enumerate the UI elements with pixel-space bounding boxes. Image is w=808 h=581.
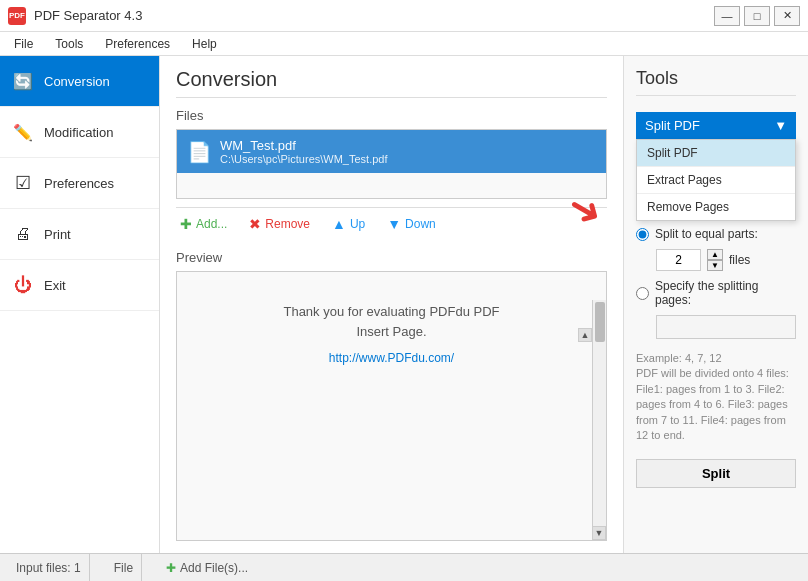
- sidebar-label-preferences: Preferences: [44, 176, 114, 191]
- spinner-row: ▲ ▼ files: [656, 249, 796, 271]
- preferences-icon: ☑: [12, 172, 34, 194]
- conversion-icon: 🔄: [12, 70, 34, 92]
- app-title: PDF Separator 4.3: [34, 8, 142, 23]
- file-name: WM_Test.pdf: [220, 138, 388, 153]
- scrollbar-thumb[interactable]: [595, 302, 605, 342]
- down-button[interactable]: ▼ Down: [383, 214, 440, 234]
- file-info: WM_Test.pdf C:\Users\pc\Pictures\WM_Test…: [220, 138, 388, 165]
- spinner-buttons: ▲ ▼: [707, 249, 723, 271]
- dropdown-option-extract[interactable]: Extract Pages: [637, 167, 795, 194]
- preview-link[interactable]: http://www.PDFdu.com/: [329, 351, 454, 365]
- page-title: Conversion: [176, 68, 607, 98]
- statusbar: Input files: 1 File ✚ Add File(s)...: [0, 553, 808, 581]
- titlebar: PDF PDF Separator 4.3 — □ ✕: [0, 0, 808, 32]
- sidebar-label-modification: Modification: [44, 125, 113, 140]
- sidebar-label-conversion: Conversion: [44, 74, 110, 89]
- up-button[interactable]: ▲ Up: [328, 214, 369, 234]
- sidebar-item-modification[interactable]: ✏️ Modification: [0, 107, 159, 158]
- split-equal-label: Split to equal parts:: [655, 227, 758, 241]
- up-icon: ▲: [332, 216, 346, 232]
- remove-button[interactable]: ✖ Remove: [245, 214, 314, 234]
- split-equal-row: Split to equal parts:: [636, 227, 796, 241]
- preview-label: Preview: [176, 250, 607, 265]
- main-layout: 🔄 Conversion ✏️ Modification ☑ Preferenc…: [0, 56, 808, 553]
- split-options: Split to equal parts: ▲ ▼ files Specify …: [636, 227, 796, 488]
- preview-scrollbar[interactable]: ▲ ▼: [592, 300, 606, 540]
- sidebar-item-conversion[interactable]: 🔄 Conversion: [0, 56, 159, 107]
- dropdown-option-split[interactable]: Split PDF: [637, 140, 795, 167]
- files-label: files: [729, 253, 750, 267]
- titlebar-left: PDF PDF Separator 4.3: [8, 7, 142, 25]
- menu-help[interactable]: Help: [182, 35, 227, 53]
- sidebar: 🔄 Conversion ✏️ Modification ☑ Preferenc…: [0, 56, 160, 553]
- up-label: Up: [350, 217, 365, 231]
- preview-panel: Thank you for evaluating PDFdu PDF Inser…: [176, 271, 607, 541]
- add-files-icon: ✚: [166, 561, 176, 575]
- split-equal-radio[interactable]: [636, 228, 649, 241]
- spinner-down-button[interactable]: ▼: [707, 260, 723, 271]
- file-list-item[interactable]: 📄 WM_Test.pdf C:\Users\pc\Pictures\WM_Te…: [177, 130, 606, 173]
- files-panel: 📄 WM_Test.pdf C:\Users\pc\Pictures\WM_Te…: [176, 129, 607, 199]
- file-path: C:\Users\pc\Pictures\WM_Test.pdf: [220, 153, 388, 165]
- modification-icon: ✏️: [12, 121, 34, 143]
- dropdown-selected-label: Split PDF: [645, 118, 700, 133]
- file-toolbar: ✚ Add... ✖ Remove ▲ Up ▼ Down: [176, 207, 607, 240]
- sidebar-label-exit: Exit: [44, 278, 66, 293]
- dropdown-chevron-icon: ▼: [774, 118, 787, 133]
- menubar: File Tools Preferences Help: [0, 32, 808, 56]
- sidebar-item-preferences[interactable]: ☑ Preferences: [0, 158, 159, 209]
- content-area: Conversion Files 📄 WM_Test.pdf C:\Users\…: [160, 56, 623, 553]
- app-icon: PDF: [8, 7, 26, 25]
- menu-file[interactable]: File: [4, 35, 43, 53]
- scroll-up-arrow[interactable]: ▲: [578, 328, 592, 342]
- sidebar-item-exit[interactable]: ⏻ Exit: [0, 260, 159, 311]
- spinner-up-button[interactable]: ▲: [707, 249, 723, 260]
- add-button[interactable]: ✚ Add...: [176, 214, 231, 234]
- pdf-file-icon: 📄: [187, 140, 212, 164]
- down-icon: ▼: [387, 216, 401, 232]
- minimize-button[interactable]: —: [714, 6, 740, 26]
- remove-label: Remove: [265, 217, 310, 231]
- window-controls: — □ ✕: [714, 6, 800, 26]
- menu-tools[interactable]: Tools: [45, 35, 93, 53]
- sidebar-label-print: Print: [44, 227, 71, 242]
- sidebar-item-print[interactable]: 🖨 Print: [0, 209, 159, 260]
- add-label: Add...: [196, 217, 227, 231]
- dropdown-option-remove[interactable]: Remove Pages: [637, 194, 795, 220]
- status-input-files: Input files: 1: [8, 554, 90, 581]
- tools-title: Tools: [636, 68, 796, 96]
- split-button[interactable]: Split: [636, 459, 796, 488]
- close-button[interactable]: ✕: [774, 6, 800, 26]
- print-icon: 🖨: [12, 223, 34, 245]
- split-count-input[interactable]: [656, 249, 701, 271]
- tools-panel: Tools Split PDF ▼ Split PDF Extract Page…: [623, 56, 808, 553]
- remove-icon: ✖: [249, 216, 261, 232]
- tool-dropdown-wrapper: Split PDF ▼ Split PDF Extract Pages Remo…: [636, 112, 796, 139]
- add-icon: ✚: [180, 216, 192, 232]
- maximize-button[interactable]: □: [744, 6, 770, 26]
- preview-text: Thank you for evaluating PDFdu PDF Inser…: [282, 302, 502, 341]
- add-files-label: Add File(s)...: [180, 561, 248, 575]
- split-pages-row: Specify the splitting pages:: [636, 279, 796, 307]
- status-file-label: File: [106, 554, 142, 581]
- tool-dropdown-menu: Split PDF Extract Pages Remove Pages: [636, 139, 796, 221]
- tool-dropdown-selected[interactable]: Split PDF ▼: [636, 112, 796, 139]
- split-pages-label: Specify the splitting pages:: [655, 279, 796, 307]
- menu-preferences[interactable]: Preferences: [95, 35, 180, 53]
- split-pages-radio[interactable]: [636, 287, 649, 300]
- hint-text: Example: 4, 7, 12PDF will be divided ont…: [636, 351, 796, 443]
- status-add-files[interactable]: ✚ Add File(s)...: [158, 554, 256, 581]
- scroll-down-arrow[interactable]: ▼: [592, 526, 606, 540]
- files-label: Files: [176, 108, 607, 123]
- down-label: Down: [405, 217, 436, 231]
- splitting-pages-input[interactable]: [656, 315, 796, 339]
- exit-icon: ⏻: [12, 274, 34, 296]
- preview-content: Thank you for evaluating PDFdu PDF Inser…: [177, 272, 606, 395]
